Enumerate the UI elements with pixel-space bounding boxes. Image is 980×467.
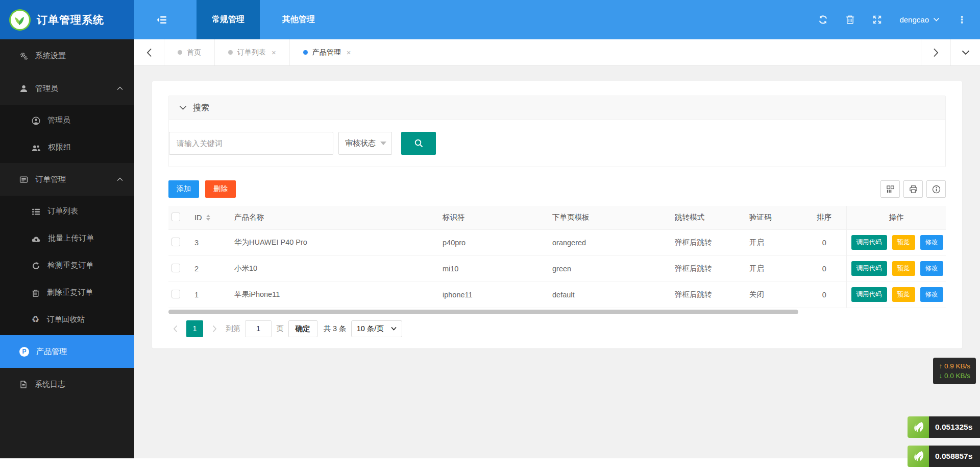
tabs-dropdown-button[interactable] xyxy=(950,39,980,65)
tab-product-management[interactable]: 产品管理 × xyxy=(289,39,364,65)
nav-item-other[interactable]: 其他管理 xyxy=(267,0,330,39)
search-collapse-header[interactable]: 搜索 xyxy=(169,96,945,120)
download-speed: ↓ 0.0 KB/s xyxy=(939,371,970,381)
timing-badge-2[interactable]: 0.058857s xyxy=(908,446,980,467)
user-circle-icon xyxy=(32,115,40,125)
info-button[interactable] xyxy=(926,180,946,198)
horizontal-scrollbar[interactable] xyxy=(168,310,946,314)
kebab-menu-icon[interactable]: ⋮ xyxy=(957,14,967,26)
main-area: 首页 订单列表 × 产品管理 × xyxy=(134,39,980,467)
nav-item-general[interactable]: 常规管理 xyxy=(197,0,260,39)
sidebar-group-label: 订单管理 xyxy=(35,175,110,184)
tabs-scroll-right-button[interactable] xyxy=(921,39,950,65)
user-menu[interactable]: dengcao xyxy=(899,15,940,24)
outdent-icon xyxy=(156,15,167,24)
trash-icon xyxy=(32,288,40,297)
sidebar-collapse-button[interactable] xyxy=(134,0,189,39)
print-button[interactable] xyxy=(903,180,923,198)
table-row: 3 华为HUAWEI P40 Pro p40pro orangered 弹框后跳… xyxy=(168,229,946,255)
search-form: 审核状态 xyxy=(169,120,945,167)
keyword-input[interactable] xyxy=(169,132,333,155)
file-icon xyxy=(19,380,28,389)
fullscreen-icon[interactable] xyxy=(872,15,882,25)
cell-identifier: p40pro xyxy=(439,229,549,255)
cell-identifier: mi10 xyxy=(439,255,549,282)
cell-actions: 调用代码 预览 修改 xyxy=(846,255,946,282)
edit-button[interactable]: 修改 xyxy=(920,287,943,302)
next-page-button[interactable] xyxy=(208,325,221,333)
per-page-select[interactable]: 10 条/页 xyxy=(351,320,402,337)
product-p-icon: P xyxy=(19,347,29,357)
tab-close-icon[interactable]: × xyxy=(272,48,276,57)
row-checkbox[interactable] xyxy=(172,264,180,272)
trash-icon[interactable] xyxy=(845,15,855,25)
timing-badge-1[interactable]: 0.051325s xyxy=(908,416,980,438)
sidebar-group-admin[interactable]: 管理员 xyxy=(0,72,134,105)
sidebar-item-check-duplicates[interactable]: 检测重复订单 xyxy=(0,252,134,279)
cell-jump-mode: 弹框后跳转 xyxy=(672,255,746,282)
cell-id: 1 xyxy=(191,282,231,308)
goto-suffix-label: 页 xyxy=(276,324,284,334)
scrollbar-thumb[interactable] xyxy=(168,310,798,314)
call-code-button[interactable]: 调用代码 xyxy=(851,287,887,302)
edit-button[interactable]: 修改 xyxy=(920,235,943,250)
add-button[interactable]: 添加 xyxy=(168,180,199,198)
sidebar-item-permission-groups[interactable]: 权限组 xyxy=(0,134,134,161)
sidebar-item-batch-upload[interactable]: 批量上传订单 xyxy=(0,225,134,252)
table-row: 2 小米10 mi10 green 弹框后跳转 开启 0 调用代码 预览 修改 xyxy=(168,255,946,282)
app-logo-leaf-icon xyxy=(9,9,31,31)
select-all-checkbox[interactable] xyxy=(172,213,180,221)
tab-home[interactable]: 首页 xyxy=(164,39,214,65)
sidebar-group-orders[interactable]: 订单管理 xyxy=(0,163,134,196)
sidebar-item-label: 批量上传订单 xyxy=(48,233,123,243)
sidebar-item-system-settings[interactable]: 系统设置 xyxy=(0,39,134,72)
thinkphp-flame-icon xyxy=(908,416,929,438)
edit-button[interactable]: 修改 xyxy=(920,261,943,276)
sidebar: 系统设置 管理员 管理员 xyxy=(0,39,134,467)
search-button[interactable] xyxy=(401,132,436,155)
search-panel-title: 搜索 xyxy=(193,103,209,113)
tab-dot xyxy=(178,50,182,55)
tabs-scroll-left-button[interactable] xyxy=(134,39,164,65)
brand: 订单管理系统 xyxy=(0,0,134,39)
row-checkbox[interactable] xyxy=(172,290,180,298)
sidebar-item-order-recycle[interactable]: ♻ 订单回收站 xyxy=(0,306,134,333)
tab-close-icon[interactable]: × xyxy=(347,48,351,57)
preview-button[interactable]: 预览 xyxy=(892,287,915,302)
call-code-button[interactable]: 调用代码 xyxy=(851,261,887,276)
preview-button[interactable]: 预览 xyxy=(892,235,915,250)
tab-order-list[interactable]: 订单列表 × xyxy=(214,39,289,65)
timing-value: 0.058857s xyxy=(929,446,980,467)
network-speed-badge: ↑ 0.9 KB/s ↓ 0.0 KB/s xyxy=(933,358,976,384)
columns-grid-icon xyxy=(886,185,895,194)
row-checkbox[interactable] xyxy=(172,238,180,246)
toggle-columns-button[interactable] xyxy=(880,180,900,198)
per-page-value: 10 条/页 xyxy=(357,324,384,334)
goto-page-input[interactable] xyxy=(245,320,272,337)
prev-page-button[interactable] xyxy=(168,325,182,333)
list-icon xyxy=(32,206,40,216)
sidebar-item-admin[interactable]: 管理员 xyxy=(0,107,134,134)
header-id[interactable]: ID xyxy=(191,206,231,229)
rotate-icon xyxy=(32,261,40,270)
sidebar-item-product-management[interactable]: P 产品管理 xyxy=(0,335,134,368)
audit-status-select[interactable]: 审核状态 xyxy=(338,132,392,155)
cell-sort: 0 xyxy=(802,229,846,255)
preview-button[interactable]: 预览 xyxy=(892,261,915,276)
call-code-button[interactable]: 调用代码 xyxy=(851,235,887,250)
goto-confirm-button[interactable]: 确定 xyxy=(288,320,317,337)
header-order-template: 下单页模板 xyxy=(549,206,672,229)
recycle-icon: ♻ xyxy=(32,315,39,324)
header-sort: 排序 xyxy=(802,206,846,229)
refresh-icon[interactable] xyxy=(818,15,828,25)
sidebar-item-label: 订单列表 xyxy=(47,206,123,216)
sidebar-item-label: 系统设置 xyxy=(35,51,123,61)
sidebar-item-system-log[interactable]: 系统日志 xyxy=(0,368,134,401)
cell-sort: 0 xyxy=(802,282,846,308)
sidebar-item-delete-duplicates[interactable]: 删除重复订单 xyxy=(0,279,134,306)
table-tool-icons xyxy=(880,180,946,198)
current-page[interactable]: 1 xyxy=(186,320,203,337)
cell-product-name: 苹果iPhone11 xyxy=(231,282,439,308)
delete-button[interactable]: 删除 xyxy=(205,180,236,198)
sidebar-item-order-list[interactable]: 订单列表 xyxy=(0,198,134,225)
